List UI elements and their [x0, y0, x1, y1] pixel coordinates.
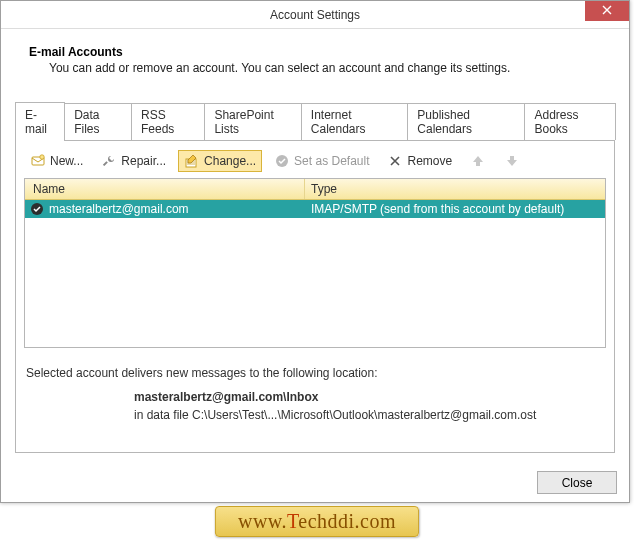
remove-icon: [387, 153, 403, 169]
move-up-button: [464, 150, 492, 172]
window-close-button[interactable]: [585, 1, 629, 21]
repair-button[interactable]: Repair...: [95, 150, 172, 172]
dialog-footer: Close: [1, 463, 629, 502]
tab-published-calendars[interactable]: Published Calendars: [407, 103, 525, 140]
column-header-type[interactable]: Type: [305, 179, 605, 199]
repair-icon: [101, 153, 117, 169]
check-circle-icon: [274, 153, 290, 169]
tab-label: Internet Calendars: [311, 108, 366, 136]
button-label: Repair...: [121, 154, 166, 168]
tab-label: SharePoint Lists: [214, 108, 273, 136]
default-account-check-icon: [29, 201, 45, 217]
remove-button[interactable]: Remove: [381, 150, 458, 172]
delivery-info-text: Selected account delivers new messages t…: [26, 366, 606, 380]
watermark-rest: echddi.com: [298, 510, 396, 532]
set-default-button: Set as Default: [268, 150, 375, 172]
tab-label: RSS Feeds: [141, 108, 174, 136]
datafile-path: C:\Users\Test\...\Microsoft\Outlook\mast…: [192, 408, 536, 422]
column-label: Type: [311, 182, 337, 196]
tab-label: Data Files: [74, 108, 99, 136]
new-icon: [30, 153, 46, 169]
button-label: Change...: [204, 154, 256, 168]
toolbar: New... Repair... Change...: [24, 149, 606, 178]
new-button[interactable]: New...: [24, 150, 89, 172]
account-row[interactable]: masteralbertz@gmail.com IMAP/SMTP (send …: [25, 200, 605, 218]
button-label: New...: [50, 154, 83, 168]
tab-body: New... Repair... Change...: [15, 140, 615, 453]
tab-rss-feeds[interactable]: RSS Feeds: [131, 103, 205, 140]
svg-point-1: [40, 155, 44, 159]
row-type-cell: IMAP/SMTP (send from this account by def…: [305, 202, 605, 216]
button-label: Close: [562, 476, 593, 490]
tab-address-books[interactable]: Address Books: [524, 103, 616, 140]
window-title: Account Settings: [270, 8, 360, 22]
button-label: Set as Default: [294, 154, 369, 168]
button-label: Remove: [407, 154, 452, 168]
page-heading: E-mail Accounts: [29, 45, 615, 59]
titlebar: Account Settings: [1, 1, 629, 29]
watermark: www.Techddi.com: [215, 506, 419, 537]
move-down-button: [498, 150, 526, 172]
account-name: masteralbertz@gmail.com: [49, 202, 189, 216]
row-name-cell: masteralbertz@gmail.com: [25, 201, 305, 217]
tab-internet-calendars[interactable]: Internet Calendars: [301, 103, 409, 140]
datafile-prefix: in data file: [134, 408, 192, 422]
listview-header: Name Type: [25, 179, 605, 200]
change-icon: [184, 153, 200, 169]
svg-rect-2: [103, 161, 108, 166]
arrow-up-icon: [470, 153, 486, 169]
tab-sharepoint-lists[interactable]: SharePoint Lists: [204, 103, 301, 140]
tab-email[interactable]: E-mail: [15, 102, 65, 141]
arrow-down-icon: [504, 153, 520, 169]
delivery-info: Selected account delivers new messages t…: [24, 360, 606, 422]
column-label: Name: [33, 182, 65, 196]
change-button[interactable]: Change...: [178, 150, 262, 172]
tab-data-files[interactable]: Data Files: [64, 103, 132, 140]
delivery-datafile: in data file C:\Users\Test\...\Microsoft…: [134, 408, 606, 422]
tab-label: Address Books: [534, 108, 578, 136]
account-settings-window: Account Settings E-mail Accounts You can…: [0, 0, 630, 503]
listview-rows: masteralbertz@gmail.com IMAP/SMTP (send …: [25, 200, 605, 347]
account-type: IMAP/SMTP (send from this account by def…: [311, 202, 564, 216]
tab-label: Published Calendars: [417, 108, 472, 136]
close-icon: [599, 2, 615, 20]
column-header-name[interactable]: Name: [25, 179, 305, 199]
page-description: You can add or remove an account. You ca…: [49, 61, 615, 75]
account-listview: Name Type masteralbertz@gmail.com IMAP/S…: [24, 178, 606, 348]
tab-label: E-mail: [25, 108, 47, 136]
watermark-accent: T: [287, 510, 298, 532]
content-area: E-mail Accounts You can add or remove an…: [1, 29, 629, 463]
delivery-location: masteralbertz@gmail.com\Inbox: [134, 390, 606, 404]
close-button[interactable]: Close: [537, 471, 617, 494]
tabstrip: E-mail Data Files RSS Feeds SharePoint L…: [15, 101, 615, 140]
watermark-prefix: www.: [238, 510, 287, 532]
